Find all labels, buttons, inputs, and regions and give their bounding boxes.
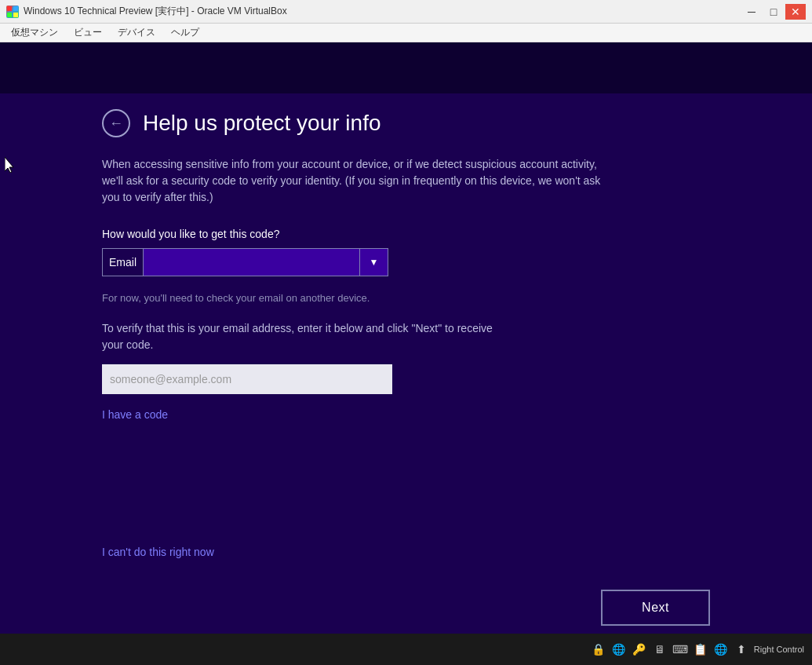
email-input[interactable] [102, 364, 392, 394]
actions-row: Next [102, 590, 710, 626]
menu-item-devices[interactable]: デバイス [110, 24, 163, 41]
code-method-dropdown[interactable]: Email ▼ [102, 248, 388, 276]
titlebar: Windows 10 Technical Preview [実行中] - Ora… [0, 0, 812, 24]
dropdown-value [144, 249, 359, 276]
next-button[interactable]: Next [601, 590, 710, 626]
menubar: 仮想マシン ビュー デバイス ヘルプ [0, 24, 812, 42]
description-text: When accessing sensitive info from your … [102, 156, 604, 206]
menu-item-vm[interactable]: 仮想マシン [3, 24, 66, 41]
close-button[interactable]: ✕ [785, 4, 806, 20]
taskbar-clipboard-icon: 📋 [693, 641, 708, 657]
restore-button[interactable]: □ [763, 4, 784, 20]
chevron-down-icon: ▼ [359, 249, 388, 276]
titlebar-left: Windows 10 Technical Preview [実行中] - Ora… [6, 5, 287, 18]
back-icon: ← [109, 115, 123, 132]
menu-item-view[interactable]: ビュー [66, 24, 110, 41]
cant-do-link[interactable]: I can't do this right now [102, 546, 710, 558]
menu-item-help[interactable]: ヘルプ [163, 24, 207, 41]
taskbar-key-icon: 🔑 [632, 641, 647, 657]
taskbar-arrow-icon: ⬆ [734, 641, 749, 657]
vm-content: ← Help us protect your info When accessi… [0, 42, 812, 665]
app-icon [6, 5, 19, 18]
taskbar-keyboard-icon: ⌨ [672, 641, 688, 657]
have-code-link[interactable]: I have a code [102, 408, 710, 421]
page-title: Help us protect your info [143, 111, 381, 136]
verify-text: To verify that this is your email addres… [102, 320, 510, 353]
bottom-area: I can't do this right now Next [102, 437, 710, 650]
taskbar-globe-icon: 🌐 [713, 641, 729, 657]
top-strip [0, 42, 812, 93]
helper-text: For now, you'll need to check your email… [102, 290, 510, 306]
taskbar: 🔒 🌐 🔑 🖥 ⌨ 📋 🌐 ⬆ Right Control [0, 634, 812, 665]
taskbar-lock-icon: 🔒 [591, 641, 606, 657]
svg-rect-3 [13, 13, 18, 17]
window-controls: ─ □ ✕ [741, 4, 806, 20]
svg-rect-2 [7, 13, 12, 17]
main-area: ← Help us protect your info When accessi… [0, 93, 812, 665]
dropdown-label: Email [103, 249, 144, 276]
right-control-label: Right Control [754, 645, 804, 654]
svg-rect-0 [7, 6, 12, 11]
svg-rect-1 [13, 6, 18, 11]
back-button[interactable]: ← [102, 109, 130, 137]
dropdown-display[interactable]: Email ▼ [102, 248, 388, 276]
minimize-button[interactable]: ─ [741, 4, 762, 20]
window-title: Windows 10 Technical Preview [実行中] - Ora… [24, 5, 287, 18]
question-label: How would you like to get this code? [102, 228, 710, 240]
taskbar-monitor-icon: 🖥 [652, 641, 668, 657]
taskbar-network-icon: 🌐 [611, 641, 627, 657]
page-header: ← Help us protect your info [102, 109, 710, 137]
